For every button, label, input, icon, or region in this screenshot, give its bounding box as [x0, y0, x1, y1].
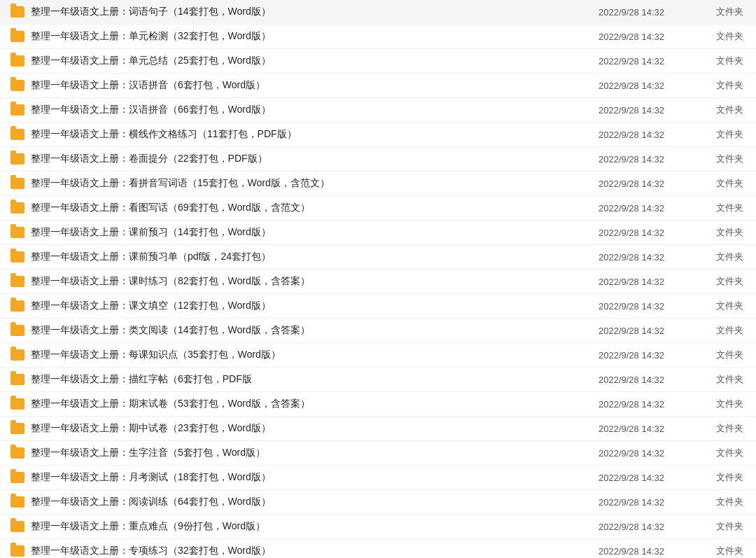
table-row[interactable]: 整理一年级语文上册：每课知识点（35套打包，Word版）2022/9/28 14…: [0, 343, 756, 368]
file-date: 2022/9/28 14:32: [575, 81, 687, 91]
folder-icon: [10, 470, 25, 485]
table-row[interactable]: 整理一年级语文上册：卷面提分（22套打包，PDF版）2022/9/28 14:3…: [0, 147, 756, 172]
table-row[interactable]: 整理一年级语文上册：汉语拼音（66套打包，Word版）2022/9/28 14:…: [0, 98, 756, 123]
folder-icon: [10, 494, 25, 510]
file-date: 2022/9/28 14:32: [575, 301, 687, 312]
file-type: 文件夹: [687, 30, 743, 43]
file-type: 文件夹: [687, 128, 743, 141]
folder-icon: [10, 298, 25, 314]
file-type: 文件夹: [687, 251, 743, 263]
file-name: 整理一年级语文上册：课前预习单（pdf版，24套打包）: [31, 251, 575, 263]
table-row[interactable]: 整理一年级语文上册：阅读训练（64套打包，Word版）2022/9/28 14:…: [0, 490, 756, 515]
file-type: 文件夹: [687, 447, 743, 459]
table-row[interactable]: 整理一年级语文上册：课前预习（14套打包，Word版）2022/9/28 14:…: [0, 221, 756, 245]
file-type: 文件夹: [687, 471, 743, 484]
folder-icon: [10, 543, 25, 558]
file-date: 2022/9/28 14:32: [575, 424, 687, 434]
folder-icon: [10, 225, 25, 240]
table-row[interactable]: 整理一年级语文上册：月考测试（18套打包，Word版）2022/9/28 14:…: [0, 466, 756, 490]
table-row[interactable]: 整理一年级语文上册：课时练习（82套打包，Word版，含答案）2022/9/28…: [0, 270, 756, 294]
file-type: 文件夹: [687, 545, 743, 557]
table-row[interactable]: 整理一年级语文上册：词语句子（14套打包，Word版）2022/9/28 14:…: [0, 0, 756, 25]
file-name: 整理一年级语文上册：汉语拼音（6套打包，Word版）: [31, 79, 575, 92]
file-type: 文件夹: [687, 177, 743, 190]
table-row[interactable]: 整理一年级语文上册：单元检测（32套打包，Word版）2022/9/28 14:…: [0, 25, 756, 49]
folder-icon: [10, 323, 25, 338]
file-name: 整理一年级语文上册：每课知识点（35套打包，Word版）: [31, 349, 575, 361]
folder-icon: [10, 445, 25, 461]
file-name: 整理一年级语文上册：专项练习（32套打包，Word版）: [31, 545, 575, 557]
table-row[interactable]: 整理一年级语文上册：专项练习（32套打包，Word版）2022/9/28 14:…: [0, 539, 756, 558]
file-name: 整理一年级语文上册：描红字帖（6套打包，PDF版: [31, 373, 575, 386]
file-date: 2022/9/28 14:32: [575, 32, 687, 42]
file-date: 2022/9/28 14:32: [575, 154, 687, 165]
folder-icon: [10, 372, 25, 387]
table-row[interactable]: 整理一年级语文上册：课文填空（12套打包，Word版）2022/9/28 14:…: [0, 294, 756, 319]
file-date: 2022/9/28 14:32: [575, 277, 687, 287]
folder-icon: [10, 176, 25, 191]
folder-icon: [10, 396, 25, 412]
file-name: 整理一年级语文上册：重点难点（9份打包，Word版）: [31, 520, 575, 533]
table-row[interactable]: 整理一年级语文上册：汉语拼音（6套打包，Word版）2022/9/28 14:3…: [0, 74, 756, 98]
file-date: 2022/9/28 14:32: [575, 252, 687, 263]
table-row[interactable]: 整理一年级语文上册：期中试卷（23套打包，Word版）2022/9/28 14:…: [0, 417, 756, 441]
file-type: 文件夹: [687, 373, 743, 386]
file-date: 2022/9/28 14:32: [575, 448, 687, 459]
file-date: 2022/9/28 14:32: [575, 228, 687, 238]
folder-icon: [10, 519, 25, 534]
file-name: 整理一年级语文上册：卷面提分（22套打包，PDF版）: [31, 153, 575, 165]
file-type: 文件夹: [687, 226, 743, 239]
file-date: 2022/9/28 14:32: [575, 130, 687, 140]
table-row[interactable]: 整理一年级语文上册：横线作文格练习（11套打包，PDF版）2022/9/28 1…: [0, 123, 756, 147]
file-date: 2022/9/28 14:32: [575, 350, 687, 361]
folder-icon: [10, 421, 25, 436]
file-type: 文件夹: [687, 398, 743, 410]
folder-icon: [10, 274, 25, 289]
folder-icon: [10, 53, 25, 69]
folder-icon: [10, 347, 25, 363]
file-date: 2022/9/28 14:32: [575, 179, 687, 189]
file-type: 文件夹: [687, 520, 743, 533]
file-date: 2022/9/28 14:32: [575, 473, 687, 483]
file-list: 整理一年级语文上册：词语句子（14套打包，Word版）2022/9/28 14:…: [0, 0, 756, 558]
folder-icon: [10, 78, 25, 93]
table-row[interactable]: 整理一年级语文上册：生字注音（5套打包，Word版）2022/9/28 14:3…: [0, 441, 756, 466]
file-type: 文件夹: [687, 6, 743, 18]
file-name: 整理一年级语文上册：词语句子（14套打包，Word版）: [31, 6, 575, 18]
table-row[interactable]: 整理一年级语文上册：重点难点（9份打包，Word版）2022/9/28 14:3…: [0, 515, 756, 539]
file-name: 整理一年级语文上册：看图写话（69套打包，Word版，含范文）: [31, 202, 575, 214]
file-date: 2022/9/28 14:32: [575, 105, 687, 116]
file-name: 整理一年级语文上册：课前预习（14套打包，Word版）: [31, 226, 575, 239]
file-type: 文件夹: [687, 275, 743, 288]
file-type: 文件夹: [687, 496, 743, 508]
table-row[interactable]: 整理一年级语文上册：课前预习单（pdf版，24套打包）2022/9/28 14:…: [0, 245, 756, 270]
folder-icon: [10, 249, 25, 265]
file-name: 整理一年级语文上册：单元总结（25套打包，Word版）: [31, 55, 575, 67]
file-date: 2022/9/28 14:32: [575, 546, 687, 557]
table-row[interactable]: 整理一年级语文上册：描红字帖（6套打包，PDF版2022/9/28 14:32文…: [0, 368, 756, 392]
file-date: 2022/9/28 14:32: [575, 497, 687, 508]
table-row[interactable]: 整理一年级语文上册：类文阅读（14套打包，Word版，含答案）2022/9/28…: [0, 319, 756, 343]
file-date: 2022/9/28 14:32: [575, 7, 687, 18]
file-date: 2022/9/28 14:32: [575, 375, 687, 385]
file-name: 整理一年级语文上册：单元检测（32套打包，Word版）: [31, 30, 575, 43]
folder-icon: [10, 4, 25, 20]
folder-icon: [10, 127, 25, 142]
file-name: 整理一年级语文上册：汉语拼音（66套打包，Word版）: [31, 104, 575, 116]
file-type: 文件夹: [687, 422, 743, 435]
file-type: 文件夹: [687, 300, 743, 312]
file-name: 整理一年级语文上册：横线作文格练习（11套打包，PDF版）: [31, 128, 575, 141]
table-row[interactable]: 整理一年级语文上册：期末试卷（53套打包，Word版，含答案）2022/9/28…: [0, 392, 756, 417]
table-row[interactable]: 整理一年级语文上册：看拼音写词语（15套打包，Word版，含范文）2022/9/…: [0, 172, 756, 196]
file-type: 文件夹: [687, 324, 743, 337]
folder-icon: [10, 200, 25, 216]
table-row[interactable]: 整理一年级语文上册：看图写话（69套打包，Word版，含范文）2022/9/28…: [0, 196, 756, 221]
folder-icon: [10, 102, 25, 118]
file-date: 2022/9/28 14:32: [575, 399, 687, 410]
file-name: 整理一年级语文上册：课文填空（12套打包，Word版）: [31, 300, 575, 312]
file-name: 整理一年级语文上册：生字注音（5套打包，Word版）: [31, 447, 575, 459]
file-type: 文件夹: [687, 79, 743, 92]
file-name: 整理一年级语文上册：期中试卷（23套打包，Word版）: [31, 422, 575, 435]
table-row[interactable]: 整理一年级语文上册：单元总结（25套打包，Word版）2022/9/28 14:…: [0, 49, 756, 74]
file-date: 2022/9/28 14:32: [575, 522, 687, 532]
